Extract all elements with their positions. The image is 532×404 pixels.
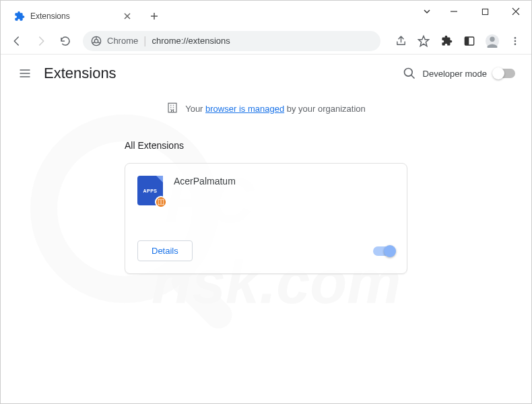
managed-text: Your browser is managed by your organiza… [185,104,366,114]
svg-point-11 [514,37,517,39]
managed-banner: Your browser is managed by your organiza… [1,92,531,121]
building-icon [166,102,178,116]
sidepanel-icon[interactable] [459,30,480,52]
url-separator: | [143,35,146,47]
new-tab-button[interactable] [145,7,164,26]
managed-link[interactable]: browser is managed [205,104,284,114]
bookmark-icon[interactable] [413,30,434,52]
forward-button[interactable] [30,30,52,52]
tab-dropdown-icon[interactable] [415,1,438,22]
svg-point-12 [514,40,517,42]
address-bar[interactable]: Chrome | chrome://extensions [83,31,380,51]
svg-point-10 [490,36,494,41]
profile-icon[interactable] [481,30,503,52]
developer-mode-control: Developer mode [423,69,515,79]
url-prefix: Chrome [107,36,138,46]
menu-icon[interactable] [504,30,526,52]
svg-rect-15 [168,103,176,112]
svg-point-13 [514,43,517,45]
share-icon[interactable] [390,30,411,52]
svg-rect-4 [482,9,488,14]
svg-point-14 [404,69,412,77]
extension-enable-toggle[interactable] [373,246,395,256]
url-text: chrome://extensions [152,36,230,46]
maximize-button[interactable] [469,1,500,22]
window-controls [415,1,531,28]
svg-rect-8 [465,37,469,45]
extension-app-icon: APPS [137,176,163,205]
extension-name: AcerPalmatum [174,176,236,224]
developer-mode-label: Developer mode [423,69,487,79]
extensions-menu-icon[interactable] [436,30,457,52]
search-icon[interactable] [396,60,423,87]
extensions-content: All Extensions APPS AcerPalmatum Details [1,121,531,274]
browser-toolbar: Chrome | chrome://extensions [1,28,531,55]
close-tab-icon[interactable] [122,11,133,22]
extension-card: APPS AcerPalmatum Details [125,163,407,274]
titlebar: Extensions [1,1,531,28]
details-button[interactable]: Details [137,240,193,261]
page-title: Extensions [44,65,117,82]
extensions-icon [14,11,25,22]
hamburger-menu-icon[interactable] [11,60,38,87]
developer-mode-toggle[interactable] [494,69,515,78]
svg-point-6 [94,39,98,42]
extensions-page-header: Extensions Developer mode [1,55,531,92]
reload-button[interactable] [55,30,76,52]
back-button[interactable] [6,30,28,52]
minimize-button[interactable] [438,1,469,22]
tab-title: Extensions [30,11,117,21]
extension-badge-icon [155,196,167,208]
section-title: All Extensions [125,140,407,151]
browser-tab[interactable]: Extensions [6,5,141,28]
chrome-icon [91,36,102,46]
close-window-button[interactable] [500,1,531,22]
